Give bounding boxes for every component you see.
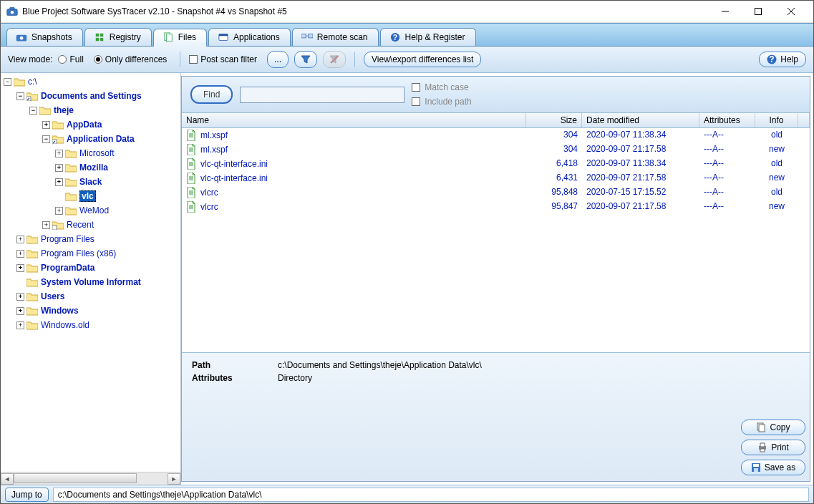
funnel-icon-button[interactable] bbox=[294, 51, 317, 68]
tree-toggle[interactable]: − bbox=[29, 107, 37, 115]
filter-ellipsis-button[interactable]: ... bbox=[267, 51, 289, 68]
scroll-left-button[interactable]: ◄ bbox=[1, 473, 14, 485]
tree-toggle[interactable]: + bbox=[16, 307, 24, 315]
file-info: new bbox=[755, 201, 798, 213]
folder-icon bbox=[52, 120, 64, 130]
radio-full[interactable]: Full bbox=[58, 54, 83, 64]
jump-path-input[interactable] bbox=[53, 488, 809, 502]
column-date[interactable]: Date modified bbox=[582, 113, 699, 127]
column-info[interactable]: Info bbox=[755, 113, 798, 127]
help-button[interactable]: ?Help bbox=[759, 52, 806, 67]
tree-toggle[interactable]: + bbox=[16, 321, 24, 329]
file-icon bbox=[186, 187, 196, 198]
folder-icon bbox=[65, 192, 77, 201]
copy-button[interactable]: Copy bbox=[741, 420, 805, 435]
tree-toggle[interactable]: + bbox=[55, 150, 63, 158]
svg-rect-50 bbox=[760, 449, 765, 452]
tree-label: Application Data bbox=[67, 134, 135, 144]
scroll-thumb[interactable] bbox=[14, 473, 137, 483]
remote-icon bbox=[301, 32, 313, 42]
include-path-checkbox[interactable]: Include path bbox=[412, 97, 471, 107]
file-date: 2020-09-07 11:38.34 bbox=[582, 130, 699, 141]
column-size[interactable]: Size bbox=[526, 113, 582, 127]
tree-toggle[interactable]: − bbox=[42, 135, 50, 143]
svg-rect-47 bbox=[759, 425, 765, 432]
applications-icon bbox=[218, 32, 229, 42]
tree-label: c:\ bbox=[28, 77, 37, 87]
tab-remote-scan[interactable]: Remote scan bbox=[292, 28, 379, 46]
table-row[interactable]: vlcrc95,8472020-09-07 21:17.58---A--new bbox=[182, 200, 810, 214]
folder-icon bbox=[26, 249, 38, 258]
view-export-button[interactable]: View\export differences list bbox=[364, 52, 481, 67]
folder-open-icon bbox=[14, 77, 25, 87]
minimize-button[interactable] bbox=[709, 1, 742, 22]
find-bar: Find Match case Include path bbox=[182, 77, 810, 113]
folder-tree-pane: −c:\ −Documents and Settings −theje +App… bbox=[1, 73, 181, 485]
tab-files[interactable]: Files bbox=[153, 29, 207, 47]
saveas-button[interactable]: Save as bbox=[741, 460, 805, 475]
file-date: 2020-09-07 11:38.34 bbox=[582, 158, 699, 170]
folder-tree[interactable]: −c:\ −Documents and Settings −theje +App… bbox=[1, 73, 180, 472]
close-button[interactable] bbox=[775, 1, 808, 22]
print-button[interactable]: Print bbox=[741, 440, 805, 455]
folder-icon bbox=[65, 149, 77, 158]
tree-toggle[interactable]: + bbox=[42, 221, 50, 229]
match-case-checkbox[interactable]: Match case bbox=[412, 82, 471, 92]
table-row[interactable]: vlc-qt-interface.ini6,4312020-09-07 21:1… bbox=[182, 171, 810, 185]
table-row[interactable]: ml.xspf3042020-09-07 11:38.34---A--old bbox=[182, 128, 810, 142]
tree-toggle[interactable]: − bbox=[16, 92, 24, 100]
tree-toggle[interactable]: + bbox=[55, 164, 63, 172]
tree-toggle[interactable]: + bbox=[42, 121, 50, 129]
table-row[interactable]: vlc-qt-interface.ini6,4182020-09-07 11:3… bbox=[182, 157, 810, 171]
table-header: Name Size Date modified Attributes Info bbox=[182, 113, 810, 128]
file-size: 6,418 bbox=[526, 158, 582, 170]
column-attributes[interactable]: Attributes bbox=[699, 113, 755, 127]
folder-icon bbox=[26, 235, 38, 244]
folder-icon bbox=[65, 178, 77, 187]
tab-applications[interactable]: Applications bbox=[208, 28, 291, 46]
tree-label: WeMod bbox=[79, 205, 109, 215]
table-body[interactable]: ml.xspf3042020-09-07 11:38.34---A--oldml… bbox=[182, 128, 810, 352]
shortcut-folder-icon bbox=[52, 220, 64, 230]
tab-registry[interactable]: Registry bbox=[84, 28, 152, 46]
svg-rect-27 bbox=[52, 226, 57, 230]
tree-toggle[interactable]: + bbox=[55, 178, 63, 186]
table-row[interactable]: vlcrc95,8482020-07-15 17:15.52---A--old bbox=[182, 185, 810, 200]
radio-only-differences[interactable]: Only differences bbox=[94, 54, 168, 64]
tab-label: Help & Register bbox=[405, 32, 465, 42]
table-row[interactable]: ml.xspf3042020-09-07 21:17.58---A--new bbox=[182, 142, 810, 157]
detail-pane: Pathc:\Documents and Settings\theje\Appl… bbox=[182, 352, 810, 481]
tab-label: Registry bbox=[110, 32, 141, 42]
svg-rect-53 bbox=[754, 468, 758, 472]
check-post-scan-filter[interactable]: Post scan filter bbox=[189, 54, 257, 64]
jump-to-button[interactable]: Jump to bbox=[5, 488, 49, 502]
funnel-icon bbox=[301, 54, 311, 64]
file-attributes: ---A-- bbox=[699, 201, 755, 213]
file-icon bbox=[186, 144, 196, 155]
detail-attr-value: Directory bbox=[278, 373, 312, 383]
tab-snapshots[interactable]: Snapshots bbox=[6, 28, 83, 46]
maximize-button[interactable] bbox=[742, 1, 775, 22]
tree-toggle[interactable]: + bbox=[16, 293, 24, 301]
tree-toggle[interactable]: + bbox=[16, 250, 24, 258]
tree-toggle[interactable]: + bbox=[16, 236, 24, 243]
scroll-right-button[interactable]: ► bbox=[168, 473, 180, 485]
tree-toggle[interactable]: + bbox=[16, 264, 24, 272]
tree-horizontal-scrollbar[interactable]: ◄ ► bbox=[1, 472, 180, 485]
find-input[interactable] bbox=[240, 87, 404, 103]
file-info: old bbox=[755, 130, 798, 141]
tree-toggle[interactable]: − bbox=[4, 78, 11, 86]
camera-icon bbox=[6, 6, 18, 16]
tree-label: Program Files (x86) bbox=[41, 248, 116, 258]
save-icon bbox=[751, 462, 761, 472]
detail-path-value: c:\Documents and Settings\theje\Applicat… bbox=[278, 360, 482, 370]
svg-text:?: ? bbox=[392, 32, 397, 41]
column-name[interactable]: Name bbox=[182, 113, 526, 127]
shortcut-folder-icon bbox=[26, 92, 38, 101]
folder-icon bbox=[26, 321, 38, 330]
find-button[interactable]: Find bbox=[190, 85, 233, 104]
folder-icon bbox=[26, 263, 38, 273]
tree-toggle[interactable]: + bbox=[55, 207, 63, 215]
file-attributes: ---A-- bbox=[699, 158, 755, 170]
tab-help-register[interactable]: ?Help & Register bbox=[380, 28, 476, 46]
